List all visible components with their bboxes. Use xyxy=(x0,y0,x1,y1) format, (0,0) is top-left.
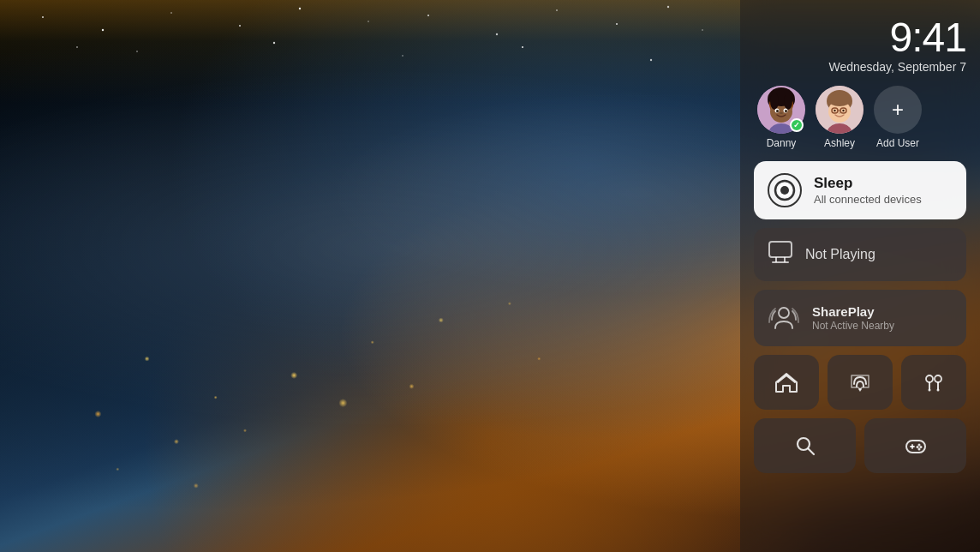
shareplay-icon xyxy=(768,302,800,334)
sleep-card[interactable]: Sleep All connected devices xyxy=(754,161,966,219)
svg-point-13 xyxy=(136,51,138,52)
sleep-moon-icon xyxy=(773,178,797,202)
svg-point-6 xyxy=(427,15,429,16)
svg-point-15 xyxy=(402,55,403,57)
svg-point-23 xyxy=(770,93,779,110)
sleep-icon xyxy=(768,173,802,207)
add-user-button[interactable]: + xyxy=(874,86,922,134)
svg-point-53 xyxy=(935,375,941,382)
svg-point-24 xyxy=(784,93,792,110)
svg-point-61 xyxy=(917,444,920,447)
shareplay-subtitle: Not Active Nearby xyxy=(812,320,894,332)
svg-point-29 xyxy=(780,112,783,114)
svg-point-27 xyxy=(776,110,779,112)
svg-point-5 xyxy=(368,21,369,22)
svg-point-28 xyxy=(785,110,787,112)
active-check-badge xyxy=(790,118,804,132)
danny-avatar-wrapper xyxy=(757,86,805,134)
svg-point-36 xyxy=(834,110,835,111)
svg-point-12 xyxy=(76,46,78,48)
monitor-svg xyxy=(768,240,793,264)
shareplay-title: SharePlay xyxy=(812,304,894,319)
svg-point-38 xyxy=(839,112,841,114)
icon-grid-row1 xyxy=(754,355,966,410)
time-section: 9:41 Wednesday, September 7 xyxy=(754,17,966,74)
svg-point-10 xyxy=(667,6,669,8)
date-display: Wednesday, September 7 xyxy=(754,60,966,74)
monitor-icon xyxy=(768,240,793,269)
svg-point-14 xyxy=(273,42,275,44)
sleep-text: Sleep All connected devices xyxy=(814,175,922,206)
svg-point-48 xyxy=(779,308,789,318)
control-center: 9:41 Wednesday, September 7 xyxy=(740,0,980,552)
svg-point-17 xyxy=(650,59,652,61)
svg-point-7 xyxy=(496,33,498,35)
home-icon xyxy=(774,370,798,394)
icon-grid-row2 xyxy=(754,418,966,473)
shareplay-card[interactable]: SharePlay Not Active Nearby xyxy=(754,290,966,346)
gamepad-button[interactable] xyxy=(864,418,966,473)
svg-rect-44 xyxy=(769,242,792,257)
svg-rect-58 xyxy=(906,441,925,453)
not-playing-label: Not Playing xyxy=(805,247,875,262)
danny-label: Danny xyxy=(767,137,797,149)
shareplay-text: SharePlay Not Active Nearby xyxy=(812,304,894,332)
user-ashley[interactable]: Ashley xyxy=(816,86,863,149)
users-row: Danny xyxy=(754,86,966,149)
ashley-avatar xyxy=(816,86,863,134)
sleep-subtitle: All connected devices xyxy=(814,193,922,206)
ashley-memoji xyxy=(816,86,863,134)
svg-point-0 xyxy=(42,16,44,18)
clock-display: 9:41 xyxy=(754,17,966,58)
add-user-item[interactable]: + Add User xyxy=(874,86,922,149)
user-danny[interactable]: Danny xyxy=(757,86,805,149)
svg-line-57 xyxy=(808,449,814,455)
airplay-icon xyxy=(848,370,872,394)
airpods-icon xyxy=(922,370,946,394)
svg-point-16 xyxy=(522,46,523,48)
add-user-label: Add User xyxy=(876,137,919,149)
svg-point-50 xyxy=(926,375,933,382)
svg-point-9 xyxy=(616,23,618,25)
ashley-avatar-wrapper xyxy=(816,86,863,134)
svg-point-3 xyxy=(239,25,241,27)
svg-point-4 xyxy=(299,8,301,9)
svg-point-64 xyxy=(917,448,920,451)
stars xyxy=(0,0,728,171)
shareplay-svg xyxy=(768,303,799,333)
airplay-button[interactable] xyxy=(828,355,893,410)
svg-point-55 xyxy=(937,389,940,392)
search-button[interactable] xyxy=(754,418,856,473)
svg-point-1 xyxy=(102,29,104,31)
svg-point-43 xyxy=(780,186,789,195)
svg-point-63 xyxy=(916,446,918,448)
plus-icon: + xyxy=(892,99,904,120)
ashley-label: Ashley xyxy=(824,137,855,149)
sleep-title: Sleep xyxy=(814,175,922,192)
gamepad-icon xyxy=(904,434,928,458)
svg-point-8 xyxy=(556,9,558,11)
svg-point-11 xyxy=(702,29,703,31)
svg-point-39 xyxy=(828,94,851,106)
search-icon xyxy=(793,434,817,458)
home-button[interactable] xyxy=(754,355,819,410)
airpods-button[interactable] xyxy=(901,355,966,410)
svg-point-62 xyxy=(919,446,922,448)
svg-point-37 xyxy=(842,110,844,111)
not-playing-card[interactable]: Not Playing xyxy=(754,228,966,281)
svg-point-52 xyxy=(929,389,931,392)
svg-point-2 xyxy=(170,12,172,14)
